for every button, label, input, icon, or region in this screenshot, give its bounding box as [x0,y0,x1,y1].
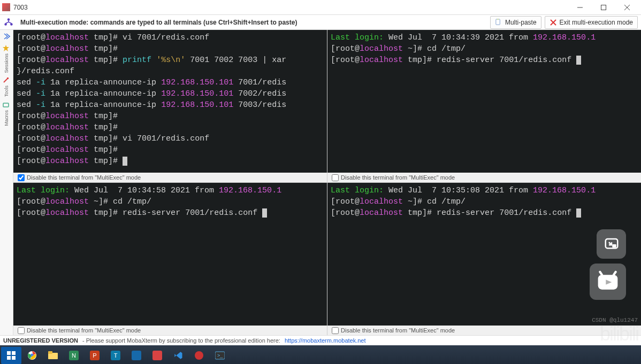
terminal-grid: [root@localhost tmp]# vi 7001/redis.conf… [13,30,641,335]
svg-point-33 [195,351,203,360]
svg-rect-20 [12,356,16,360]
cursor [123,157,127,166]
workspace: Sessions Tools Macros [root@localhost tm… [0,30,641,335]
svg-rect-12 [3,103,9,107]
mobaxterm-link[interactable]: https://mobaxterm.mobatek.net [285,337,366,344]
multiexec-icon [3,17,14,28]
cursor [576,56,581,65]
disable-bar-3: Disable this terminal from "MultiExec" m… [327,326,641,335]
title-bar: 7003 [0,0,641,15]
taskbar-vscode[interactable] [168,347,188,364]
disable-checkbox-3[interactable] [332,327,339,334]
svg-rect-24 [48,351,52,354]
svg-rect-19 [7,356,11,360]
support-label: - Please support MobaXterm by subscribin… [82,337,280,344]
svg-marker-11 [3,45,9,51]
disable-checkbox-2[interactable] [18,327,25,334]
taskbar-app-1[interactable]: N [64,347,84,364]
taskbar-app-4[interactable] [147,347,167,364]
sidebar-toggle[interactable] [0,30,13,43]
video-expand-overlay[interactable] [597,229,626,259]
terminal-pane-0: [root@localhost tmp]# vi 7001/redis.conf… [13,30,327,182]
macros-icon [3,102,10,109]
terminal-pane-3: Last login: Wed Jul 7 10:35:08 2021 from… [327,183,641,335]
app-icon [2,3,10,11]
disable-label: Disable this terminal from "MultiExec" m… [27,327,141,334]
svg-rect-32 [152,351,162,360]
svg-rect-17 [7,351,11,355]
sidebar-item-macros[interactable]: Macros [0,99,13,128]
terminal-pane-1: Last login: Wed Jul 7 10:34:39 2021 from… [327,30,641,182]
taskbar-start[interactable] [1,347,21,364]
disable-bar-0: Disable this terminal from "MultiExec" m… [13,173,327,182]
cursor [262,208,267,218]
exit-multiexec-button[interactable]: Exit multi-execution mode [545,16,638,29]
cursor [576,208,581,218]
sidebar-item-sessions[interactable]: Sessions [0,43,13,75]
svg-rect-18 [12,351,16,355]
svg-text:P: P [93,352,96,359]
paste-icon [495,19,502,26]
tools-icon [3,77,10,84]
taskbar-chrome[interactable] [22,347,42,364]
window-title: 7003 [13,4,568,11]
terminal-2[interactable]: Last login: Wed Jul 7 10:34:58 2021 from… [13,183,327,326]
star-icon [3,45,10,52]
close-icon [550,19,557,26]
svg-point-4 [7,18,10,21]
svg-point-6 [10,23,13,26]
multi-paste-label: Multi-paste [505,19,537,26]
svg-rect-14 [612,244,616,247]
minimize-button[interactable] [568,0,592,14]
svg-text:N: N [72,352,76,359]
multiexec-mode-label: Multi-execution mode: commands are typed… [20,19,487,26]
svg-rect-1 [601,5,606,10]
unregistered-label: UNREGISTERED VERSION [3,337,78,344]
taskbar-explorer[interactable] [43,347,63,364]
status-bar: UNREGISTERED VERSION - Please support Mo… [0,335,641,345]
sidebar-item-tools[interactable]: Tools [0,75,13,99]
exit-multiexec-label: Exit multi-execution mode [560,19,633,26]
terminal-1[interactable]: Last login: Wed Jul 7 10:34:39 2021 from… [327,30,641,173]
taskbar-app-3[interactable] [126,347,147,364]
multi-paste-button[interactable]: Multi-paste [490,16,541,29]
taskbar-app-5[interactable] [189,347,209,364]
svg-rect-7 [496,19,500,25]
terminal-pane-2: Last login: Wed Jul 7 10:34:58 2021 from… [13,183,327,335]
disable-label: Disable this terminal from "MultiExec" m… [341,327,455,334]
svg-rect-31 [132,351,141,360]
svg-text:>_: >_ [217,353,223,358]
svg-point-5 [4,23,7,26]
terminal-3[interactable]: Last login: Wed Jul 7 10:35:08 2021 from… [327,183,641,326]
svg-text:T: T [114,352,118,359]
video-play-overlay[interactable] [590,264,626,300]
maximize-button[interactable] [592,0,615,14]
svg-rect-8 [497,19,499,20]
close-button[interactable] [615,0,639,14]
taskbar-app-2[interactable]: T [105,347,126,364]
disable-checkbox-0[interactable] [18,174,25,181]
disable-bar-1: Disable this terminal from "MultiExec" m… [327,173,641,182]
watermark: CSDN @qlu1247 [592,316,638,324]
taskbar-powerpoint[interactable]: P [85,347,105,364]
disable-bar-2: Disable this terminal from "MultiExec" m… [13,326,327,335]
disable-label: Disable this terminal from "MultiExec" m… [27,174,141,181]
disable-checkbox-1[interactable] [332,174,339,181]
disable-label: Disable this terminal from "MultiExec" m… [341,174,455,181]
taskbar: N P T >_ [0,345,641,364]
left-sidebar: Sessions Tools Macros [0,30,13,335]
taskbar-mobaxterm[interactable]: >_ [210,347,230,364]
terminal-0[interactable]: [root@localhost tmp]# vi 7001/redis.conf… [13,30,327,173]
toolbar: Multi-execution mode: commands are typed… [0,15,641,30]
